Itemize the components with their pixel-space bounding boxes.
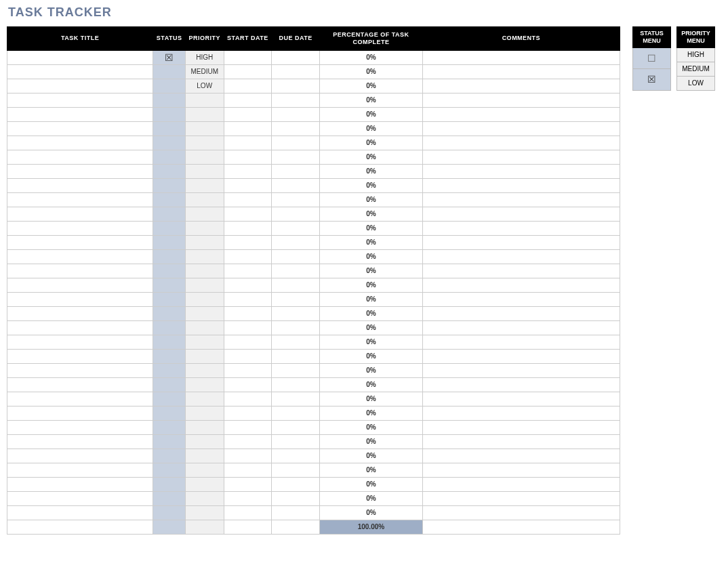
cell-task-title[interactable] — [7, 192, 153, 207]
cell-comments[interactable] — [422, 477, 620, 491]
cell-task-title[interactable] — [7, 121, 153, 135]
cell-priority[interactable] — [185, 107, 224, 121]
cell-task-title[interactable] — [7, 392, 153, 406]
cell-start-date[interactable] — [224, 150, 272, 164]
cell-comments[interactable] — [422, 335, 620, 349]
cell-pct-complete[interactable]: 0% — [320, 207, 423, 221]
cell-pct-complete[interactable]: 0% — [320, 150, 423, 164]
cell-priority[interactable] — [185, 306, 224, 320]
cell-due-date[interactable] — [272, 249, 320, 264]
cell-status[interactable] — [153, 363, 186, 377]
cell-due-date[interactable] — [272, 207, 320, 221]
cell-task-title[interactable] — [7, 235, 153, 249]
cell-status[interactable] — [153, 491, 186, 505]
cell-task-title[interactable] — [7, 278, 153, 292]
cell-due-date[interactable] — [272, 292, 320, 306]
cell-task-title[interactable] — [7, 377, 153, 392]
cell-status[interactable] — [153, 278, 186, 292]
cell-start-date[interactable] — [224, 64, 272, 79]
cell-task-title[interactable] — [7, 292, 153, 306]
cell-start-date[interactable] — [224, 178, 272, 192]
cell-status[interactable] — [153, 406, 186, 420]
cell-status[interactable] — [153, 505, 186, 520]
cell-comments[interactable] — [422, 192, 620, 207]
cell-priority[interactable] — [185, 135, 224, 150]
cell-start-date[interactable] — [224, 463, 272, 477]
cell-pct-complete[interactable]: 0% — [320, 406, 423, 420]
cell-pct-complete[interactable]: 0% — [320, 264, 423, 278]
cell-priority[interactable] — [185, 235, 224, 249]
cell-start-date[interactable] — [224, 121, 272, 135]
cell-due-date[interactable] — [272, 491, 320, 505]
cell-comments[interactable] — [422, 434, 620, 449]
cell-status[interactable] — [153, 107, 186, 121]
cell-due-date[interactable] — [272, 477, 320, 491]
cell-status[interactable] — [153, 292, 186, 306]
cell-task-title[interactable] — [7, 463, 153, 477]
cell-comments[interactable] — [422, 392, 620, 406]
cell-task-title[interactable] — [7, 491, 153, 505]
cell-status[interactable] — [153, 463, 186, 477]
cell-status[interactable] — [153, 64, 186, 79]
cell-comments[interactable] — [422, 164, 620, 178]
cell-priority[interactable] — [185, 249, 224, 264]
cell-status[interactable] — [153, 449, 186, 463]
cell-status[interactable] — [153, 178, 186, 192]
cell-task-title[interactable] — [7, 93, 153, 107]
cell-priority[interactable] — [185, 349, 224, 363]
cell-pct-complete[interactable]: 0% — [320, 79, 423, 93]
cell-due-date[interactable] — [272, 306, 320, 320]
cell-start-date[interactable] — [224, 93, 272, 107]
cell-priority[interactable] — [185, 320, 224, 335]
cell-due-date[interactable] — [272, 192, 320, 207]
cell-start-date[interactable] — [224, 264, 272, 278]
cell-priority[interactable] — [185, 491, 224, 505]
cell-due-date[interactable] — [272, 420, 320, 434]
status-menu-option[interactable] — [633, 69, 671, 91]
cell-comments[interactable] — [422, 50, 620, 64]
cell-due-date[interactable] — [272, 335, 320, 349]
cell-task-title[interactable] — [7, 320, 153, 335]
cell-start-date[interactable] — [224, 392, 272, 406]
cell-task-title[interactable] — [7, 349, 153, 363]
cell-priority[interactable] — [185, 392, 224, 406]
cell-due-date[interactable] — [272, 50, 320, 64]
cell-start-date[interactable] — [224, 292, 272, 306]
cell-comments[interactable] — [422, 178, 620, 192]
cell-priority[interactable] — [185, 121, 224, 135]
cell-start-date[interactable] — [224, 221, 272, 235]
cell-task-title[interactable] — [7, 249, 153, 264]
cell-comments[interactable] — [422, 292, 620, 306]
cell-priority[interactable] — [185, 335, 224, 349]
cell-task-title[interactable] — [7, 135, 153, 150]
cell-status[interactable] — [153, 50, 186, 64]
cell-task-title[interactable] — [7, 178, 153, 192]
cell-start-date[interactable] — [224, 505, 272, 520]
cell-task-title[interactable] — [7, 434, 153, 449]
cell-status[interactable] — [153, 207, 186, 221]
cell-due-date[interactable] — [272, 320, 320, 335]
cell-priority[interactable] — [185, 449, 224, 463]
cell-task-title[interactable] — [7, 477, 153, 491]
status-menu-option[interactable] — [633, 47, 671, 69]
cell-pct-complete[interactable]: 0% — [320, 320, 423, 335]
cell-task-title[interactable] — [7, 406, 153, 420]
cell-priority[interactable] — [185, 505, 224, 520]
cell-priority[interactable] — [185, 264, 224, 278]
cell-due-date[interactable] — [272, 107, 320, 121]
cell-task-title[interactable] — [7, 449, 153, 463]
cell-task-title[interactable] — [7, 150, 153, 164]
cell-comments[interactable] — [422, 235, 620, 249]
cell-comments[interactable] — [422, 135, 620, 150]
cell-due-date[interactable] — [272, 135, 320, 150]
cell-start-date[interactable] — [224, 192, 272, 207]
cell-pct-complete[interactable]: 0% — [320, 135, 423, 150]
cell-priority[interactable] — [185, 164, 224, 178]
priority-menu-option[interactable]: LOW — [677, 76, 715, 90]
cell-start-date[interactable] — [224, 79, 272, 93]
cell-pct-complete[interactable]: 0% — [320, 491, 423, 505]
cell-due-date[interactable] — [272, 434, 320, 449]
cell-comments[interactable] — [422, 264, 620, 278]
cell-pct-complete[interactable]: 0% — [320, 50, 423, 64]
cell-task-title[interactable] — [7, 207, 153, 221]
